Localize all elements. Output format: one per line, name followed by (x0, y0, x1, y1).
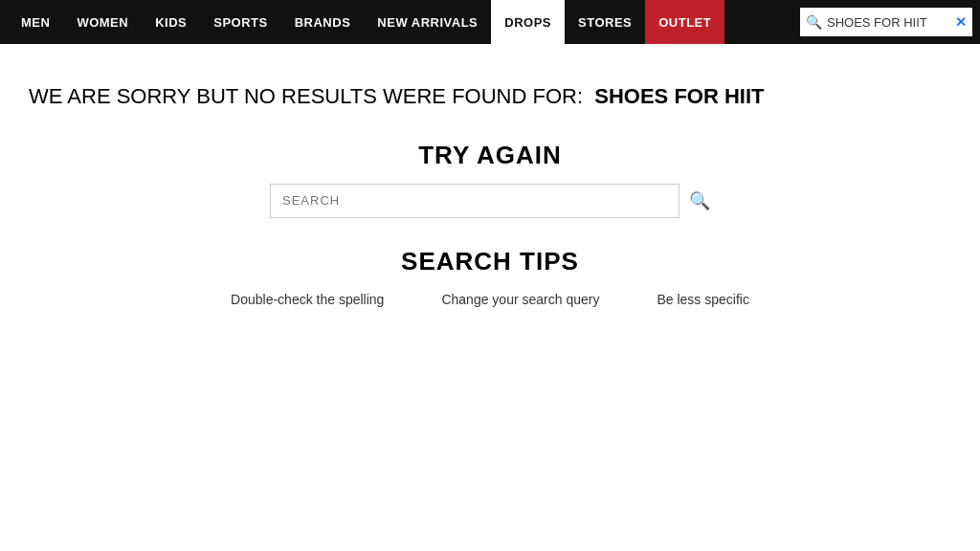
try-again-search-input[interactable] (270, 184, 679, 218)
nav-items: MEN WOMEN KIDS SPORTS BRANDS NEW ARRIVAL… (8, 0, 791, 44)
main-content: WE ARE SORRY BUT NO RESULTS WERE FOUND F… (0, 44, 980, 326)
try-again-title: TRY AGAIN (418, 141, 562, 170)
nav-item-sports[interactable]: SPORTS (200, 0, 280, 44)
tip-item-3: Be less specific (657, 292, 748, 307)
nav-search-icon: 🔍 (806, 14, 822, 30)
main-nav: MEN WOMEN KIDS SPORTS BRANDS NEW ARRIVAL… (0, 0, 980, 44)
nav-item-new-arrivals[interactable]: NEW ARRIVALS (364, 0, 491, 44)
no-results-query: SHOES FOR HIIT (594, 84, 764, 108)
nav-item-brands[interactable]: BRANDS (281, 0, 365, 44)
search-submit-icon[interactable]: 🔍 (689, 190, 710, 211)
nav-item-men[interactable]: MEN (8, 0, 63, 44)
nav-search-bar: 🔍 ✕ (800, 8, 972, 36)
search-tips-section: SEARCH TIPS Double-check the spelling Ch… (19, 247, 961, 307)
no-results-prefix: WE ARE SORRY BUT NO RESULTS WERE FOUND F… (29, 84, 583, 108)
tip-item-1: Double-check the spelling (231, 292, 384, 307)
nav-item-stores[interactable]: STORES (565, 0, 645, 44)
nav-item-kids[interactable]: KIDS (142, 0, 200, 44)
tips-list: Double-check the spelling Change your se… (19, 292, 961, 307)
search-tips-title: SEARCH TIPS (19, 247, 961, 276)
try-again-search-row: 🔍 (270, 184, 710, 218)
nav-search-input[interactable] (827, 15, 951, 30)
tip-item-2: Change your search query (441, 292, 599, 307)
nav-item-outlet[interactable]: OUTLET (645, 0, 724, 44)
try-again-section: TRY AGAIN 🔍 (19, 141, 961, 218)
nav-item-women[interactable]: WOMEN (63, 0, 142, 44)
no-results-message: WE ARE SORRY BUT NO RESULTS WERE FOUND F… (19, 82, 880, 112)
nav-search-clear-button[interactable]: ✕ (955, 14, 967, 30)
nav-item-drops[interactable]: DROPS (491, 0, 565, 44)
